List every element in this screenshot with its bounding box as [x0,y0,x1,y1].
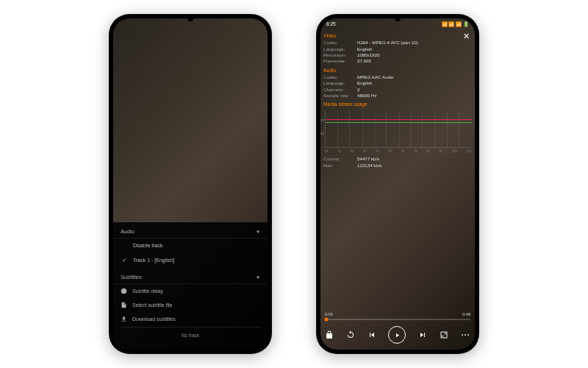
track-options-panel: Audio ▼ Disable track ✓ Track 1 - [Engli… [113,222,268,350]
video-fps-row: Framerate: 27.005 [323,58,472,64]
delay-icon [121,288,127,294]
camera-notch [187,15,193,21]
sr-label: Sample rate: [323,93,354,99]
lang-value: English [357,80,372,86]
codec-value: H264 - MPEG-4 AVC (part 10) [357,40,418,46]
phone-right: 8:25 📶 📶 📶 🔋 ✕ Video Codec: H264 - MPEG-… [316,14,479,354]
subtitle-delay-row[interactable]: Subtitle delay [113,284,268,298]
screen-right: 8:25 📶 📶 📶 🔋 ✕ Video Codec: H264 - MPEG-… [320,18,475,350]
res-label: Resolution: [323,52,354,58]
fps-value: 27.005 [357,58,371,64]
lang-label: Language: [323,80,354,86]
graph-x-labels: 0s1s 2s3s 4s5s 6s7s 8s9s 10s11s [325,149,472,154]
track-1-label: Track 1 - [English] [133,258,174,263]
chevron-down-icon: ▼ [256,275,260,280]
lock-icon[interactable] [325,330,334,339]
ch-label: Channels: [323,87,354,93]
video-res-row: Resolution: 1080x1920 [323,52,472,58]
max-label: Max: [323,163,354,169]
ch-value: 2 [357,87,359,93]
camera-notch [395,15,401,21]
current-value: 54477 kb/s [357,156,379,162]
close-icon[interactable]: ✕ [463,32,470,41]
divider [121,327,260,328]
time-bar: 0:00 0:48 [325,312,470,316]
max-value: 122134 kb/s [357,163,382,169]
aspect-ratio-icon[interactable] [440,330,448,339]
seek-thumb[interactable] [324,318,328,322]
total-time: 0:48 [462,312,470,316]
codec-value: MPEG AAC Audio [357,74,394,80]
download-subtitle-row[interactable]: Download subtitles [113,312,268,326]
subtitle-delay-label: Subtitle delay [132,289,163,294]
audio-lang-row: Language: English [323,80,472,86]
bitrate-max-row: Max: 122134 kb/s [323,163,472,169]
codec-label: Codec: [323,74,354,80]
audio-ch-row: Channels: 2 [323,87,472,93]
file-icon [121,302,127,308]
phone-left: Audio ▼ Disable track ✓ Track 1 - [Engli… [109,14,272,354]
audio-section-header[interactable]: Audio ▼ [113,222,268,238]
next-icon[interactable] [418,330,427,339]
bitrate-current-row: Current: 54477 kb/s [323,156,472,162]
download-subtitle-label: Download subtitles [132,316,176,322]
res-value: 1080x1920 [357,52,380,58]
select-subtitle-row[interactable]: Select subtitle file [113,298,268,312]
media-info-panel: Video Codec: H264 - MPEG-4 AVC (part 10)… [323,30,472,169]
status-time: 8:25 [326,21,336,27]
audio-sr-row: Sample rate: 48000 Hz [323,93,472,99]
rotate-icon[interactable] [346,330,355,339]
audio-codec-row: Codec: MPEG AAC Audio [323,74,472,80]
sr-value: 48000 Hz [357,93,377,99]
status-indicators: 📶 📶 📶 🔋 [442,21,469,27]
player-controls: 0:00 0:48 ⋯ [320,309,475,350]
more-icon[interactable]: ⋯ [461,330,470,340]
play-icon [394,332,401,339]
download-icon [121,316,127,322]
bitrate-graph: 54477kb/s 30000kb/s [325,110,472,148]
bitrate-title: Media bitrate usage [323,101,472,107]
lang-value: English [357,46,372,52]
subtitles-header-label: Subtitles [121,274,142,280]
track-1-row[interactable]: ✓ Track 1 - [English] [113,252,268,268]
chevron-down-icon: ▼ [256,230,260,234]
audio-header-label: Audio [121,228,135,235]
seek-bar[interactable] [325,319,470,320]
graph-y-label-2: 30000kb/s [320,131,324,136]
codec-label: Codec: [323,40,354,46]
current-time: 0:00 [325,312,333,316]
lang-label: Language: [323,46,354,52]
current-label: Current: [323,156,354,162]
video-codec-row: Codec: H264 - MPEG-4 AVC (part 10) [323,40,472,46]
audio-info-title: Audio [323,67,472,74]
disable-track-row[interactable]: Disable track [113,238,268,252]
video-info-title: Video [323,32,472,39]
subtitles-section-header[interactable]: Subtitles ▼ [113,268,268,284]
fps-label: Framerate: [323,58,354,64]
check-icon: ✓ [121,257,128,263]
play-button[interactable] [388,326,406,344]
status-bar: 8:25 📶 📶 📶 🔋 [326,21,469,27]
select-subtitle-label: Select subtitle file [132,302,172,308]
graph-y-label-1: 54477kb/s [320,118,324,123]
screen-left: Audio ▼ Disable track ✓ Track 1 - [Engli… [113,18,268,350]
video-lang-row: Language: English [323,46,472,52]
no-track-label: No track [113,328,268,339]
disable-track-label: Disable track [133,243,162,248]
previous-icon[interactable] [368,330,376,339]
